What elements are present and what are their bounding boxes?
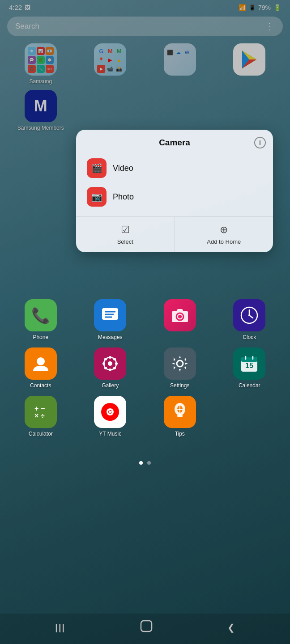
svg-point-21 xyxy=(104,358,107,360)
tips-icon xyxy=(164,396,196,428)
select-action[interactable]: ☑ Select xyxy=(76,217,175,252)
calculator-label: Calculator xyxy=(29,431,53,437)
calendar-app[interactable]: 15 Calendar xyxy=(217,347,282,389)
messages-app[interactable]: Messages xyxy=(78,299,143,340)
svg-text:15: 15 xyxy=(245,362,253,369)
tips-label: Tips xyxy=(175,431,185,437)
svg-text:÷: ÷ xyxy=(41,412,45,419)
context-menu-title: Camera i xyxy=(76,130,273,152)
page-dot-1 xyxy=(139,461,143,465)
row3-apps: 📞 Phone Messages xyxy=(0,296,290,344)
calculator-app[interactable]: + − × ÷ Calculator xyxy=(8,396,73,437)
contacts-label: Contacts xyxy=(30,382,51,389)
calculator-icon: + − × ÷ xyxy=(25,396,57,428)
select-label: Select xyxy=(117,238,133,245)
video-icon: 🎬 xyxy=(87,158,107,178)
svg-point-25 xyxy=(177,360,183,367)
add-to-home-action[interactable]: ⊕ Add to Home xyxy=(175,217,273,252)
photo-label: Photo xyxy=(113,192,134,202)
phone-app[interactable]: 📞 Phone xyxy=(8,299,73,340)
yt-music-icon xyxy=(94,396,126,428)
gallery-icon xyxy=(94,347,126,380)
settings-icon xyxy=(164,347,196,380)
select-icon: ☑ xyxy=(121,224,130,236)
messages-icon xyxy=(94,299,126,331)
camera-context-menu: Camera i 🎬 Video 📷 Photo ☑ Select ⊕ Add … xyxy=(76,130,273,252)
info-icon[interactable]: i xyxy=(254,137,266,148)
camera-options: 🎬 Video 📷 Photo xyxy=(76,152,273,216)
settings-app[interactable]: Settings xyxy=(147,347,213,389)
svg-point-14 xyxy=(37,357,45,365)
svg-text:−: − xyxy=(41,405,45,412)
page-dots xyxy=(0,454,290,472)
yt-music-label: YT Music xyxy=(99,431,121,437)
camera-photo-option[interactable]: 📷 Photo xyxy=(81,182,268,211)
settings-label: Settings xyxy=(170,382,189,389)
phone-icon: 📞 xyxy=(25,299,57,331)
clock-app[interactable]: Clock xyxy=(217,299,282,340)
svg-rect-28 xyxy=(241,357,257,362)
svg-point-20 xyxy=(115,362,118,365)
camera-video-option[interactable]: 🎬 Video xyxy=(81,154,268,182)
video-label: Video xyxy=(113,164,133,173)
svg-point-23 xyxy=(113,358,116,360)
camera-app[interactable] xyxy=(147,299,213,340)
gallery-label: Gallery xyxy=(102,382,119,389)
svg-rect-41 xyxy=(177,415,183,417)
contacts-icon xyxy=(25,347,57,380)
phone-label: Phone xyxy=(33,334,48,340)
clock-icon xyxy=(233,299,265,331)
photo-icon: 📷 xyxy=(87,187,107,207)
camera-icon xyxy=(164,299,196,331)
svg-text:×: × xyxy=(34,412,38,419)
page-dot-2 xyxy=(147,461,151,465)
row5-apps: + − × ÷ Calculator YT Music xyxy=(0,392,290,441)
calendar-label: Calendar xyxy=(239,382,260,389)
gallery-app[interactable]: Gallery xyxy=(78,347,143,389)
svg-point-16 xyxy=(108,361,112,366)
svg-point-17 xyxy=(109,356,111,359)
contacts-app[interactable]: Contacts xyxy=(8,347,73,389)
svg-point-24 xyxy=(104,367,107,369)
context-actions: ☑ Select ⊕ Add to Home xyxy=(76,216,273,252)
calendar-icon: 15 xyxy=(233,347,265,380)
add-home-icon: ⊕ xyxy=(220,224,228,236)
tips-app[interactable]: Tips xyxy=(147,396,213,437)
clock-label: Clock xyxy=(243,334,256,340)
row4-apps: Contacts Gallery xyxy=(0,344,290,392)
svg-point-18 xyxy=(109,369,111,371)
messages-label: Messages xyxy=(98,334,123,340)
svg-point-19 xyxy=(102,362,105,365)
svg-point-9 xyxy=(178,315,182,318)
svg-point-22 xyxy=(113,367,116,369)
svg-text:+: + xyxy=(34,405,38,412)
yt-music-app[interactable]: YT Music xyxy=(78,396,143,437)
add-to-home-label: Add to Home xyxy=(207,238,241,245)
svg-point-13 xyxy=(248,314,250,316)
